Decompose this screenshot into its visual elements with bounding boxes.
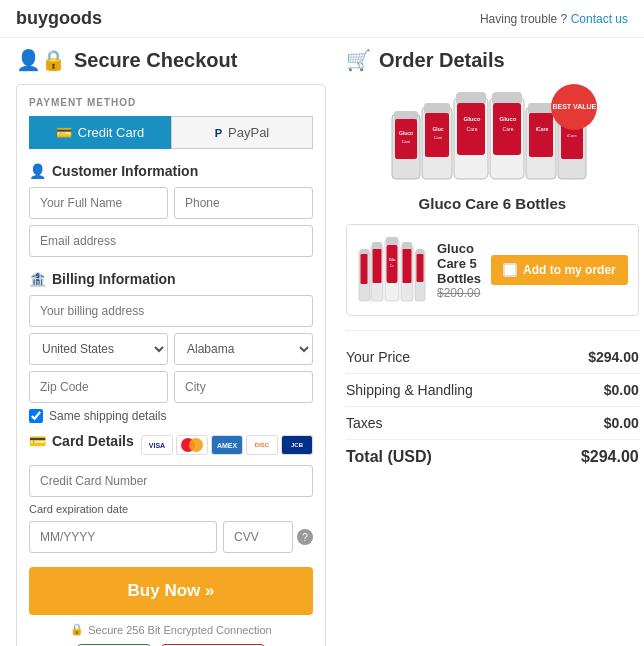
buy-now-button[interactable]: Buy Now » — [29, 567, 313, 615]
your-price-label: Your Price — [346, 349, 410, 365]
card-details-section: 💳 Card Details VISA AMEX DISC JCB — [29, 433, 313, 457]
phone-input[interactable] — [174, 187, 313, 219]
payment-tabs: 💳 Credit Card P PayPal — [29, 116, 313, 149]
cart-icon: 🛒 — [346, 48, 371, 72]
billing-info-section: 🏦 Billing Information — [29, 271, 313, 287]
lock-icon: 🔒 — [70, 623, 84, 636]
upsell-price: $200.00 — [437, 286, 481, 300]
card-icon: 💳 — [29, 433, 46, 449]
city-input[interactable] — [174, 371, 313, 403]
total-label: Total (USD) — [346, 448, 432, 466]
svg-text:Care: Care — [434, 135, 443, 140]
product-name: Gluco Care 6 Bottles — [346, 195, 639, 212]
zip-input[interactable] — [29, 371, 168, 403]
svg-text:iCare: iCare — [536, 126, 549, 132]
country-select[interactable]: United States — [29, 333, 168, 365]
total-value: $294.00 — [581, 448, 639, 466]
order-title: 🛒 Order Details — [346, 48, 639, 72]
logo: buygoods — [16, 8, 102, 29]
right-panel: 🛒 Order Details BEST VALUE Gluco — [346, 48, 639, 646]
credit-card-tab[interactable]: 💳 Credit Card — [29, 116, 171, 149]
cvv-help-icon[interactable]: ? — [297, 529, 313, 545]
order-title-text: Order Details — [379, 49, 505, 72]
email-input[interactable] — [29, 225, 313, 257]
your-price-value: $294.00 — [588, 349, 639, 365]
expiry-label: Card expiration date — [29, 503, 313, 515]
zip-city-row — [29, 371, 313, 403]
credit-card-icon: 💳 — [56, 125, 72, 140]
upsell-box: Glu Co Gluco Care 5 Bottles $200.00 Add … — [346, 224, 639, 316]
svg-text:Care: Care — [402, 139, 411, 144]
customer-info-section: 👤 Customer Information — [29, 163, 313, 179]
expiry-input[interactable] — [29, 521, 217, 553]
svg-point-1 — [189, 438, 203, 452]
shipping-row: Shipping & Handling $0.00 — [346, 374, 639, 407]
svg-rect-42 — [402, 242, 412, 250]
card-title-text: Card Details — [52, 433, 134, 449]
same-shipping-label: Same shipping details — [49, 409, 166, 423]
taxes-value: $0.00 — [604, 415, 639, 431]
payment-box: PAYMENT METHOD 💳 Credit Card P PayPal 👤 … — [16, 84, 326, 646]
person-icon: 👤 — [29, 163, 46, 179]
customer-title-text: Customer Information — [52, 163, 198, 179]
same-shipping-checkbox[interactable] — [29, 409, 43, 423]
upsell-name: Gluco Care 5 Bottles — [437, 241, 481, 286]
expiry-cvv-row: ? — [29, 521, 313, 553]
add-checkbox — [503, 263, 517, 277]
checkout-title-text: Secure Checkout — [74, 49, 237, 72]
page-header: buygoods Having trouble ? Contact us — [0, 0, 644, 38]
svg-rect-35 — [373, 249, 382, 283]
full-name-input[interactable] — [29, 187, 168, 219]
card-number-input[interactable] — [29, 465, 313, 497]
product-image-container: BEST VALUE Gluco Care — [387, 84, 597, 187]
discover-icon: DISC — [246, 435, 278, 455]
header-right: Having trouble ? Contact us — [480, 12, 628, 26]
svg-text:iCare: iCare — [568, 133, 578, 138]
main-content: 👤🔒 Secure Checkout PAYMENT METHOD 💳 Cred… — [0, 38, 644, 646]
product-main: BEST VALUE Gluco Care — [346, 84, 639, 212]
left-panel: 👤🔒 Secure Checkout PAYMENT METHOD 💳 Cred… — [16, 48, 326, 646]
same-shipping-row: Same shipping details — [29, 409, 313, 423]
best-value-text: BEST VALUE — [552, 103, 596, 111]
svg-text:Co: Co — [390, 264, 394, 268]
state-select[interactable]: Alabama — [174, 333, 313, 365]
cvv-info: ? — [223, 521, 313, 553]
taxes-row: Taxes $0.00 — [346, 407, 639, 440]
country-state-row: United States Alabama — [29, 333, 313, 365]
svg-rect-24 — [529, 113, 553, 157]
svg-text:Gluc: Gluc — [433, 126, 444, 132]
upsell-image: Glu Co — [357, 235, 427, 305]
trouble-text: Having trouble ? — [480, 12, 567, 26]
your-price-row: Your Price $294.00 — [346, 341, 639, 374]
svg-rect-8 — [424, 103, 450, 114]
shipping-value: $0.00 — [604, 382, 639, 398]
mastercard-icon — [176, 435, 208, 455]
svg-rect-46 — [417, 254, 424, 282]
total-row: Total (USD) $294.00 — [346, 440, 639, 474]
svg-text:Care: Care — [503, 126, 514, 132]
shipping-label: Shipping & Handling — [346, 382, 473, 398]
svg-text:Glu: Glu — [389, 257, 396, 262]
secure-text: 🔒 Secure 256 Bit Encrypted Connection — [29, 623, 313, 636]
logo-text: buygoods — [16, 8, 102, 28]
jcb-icon: JCB — [281, 435, 313, 455]
svg-rect-43 — [403, 249, 412, 283]
svg-text:Gluco: Gluco — [399, 130, 413, 136]
paypal-tab[interactable]: P PayPal — [171, 116, 313, 149]
billing-icon: 🏦 — [29, 271, 46, 287]
cvv-input[interactable] — [223, 521, 293, 553]
payment-label: PAYMENT METHOD — [29, 97, 313, 108]
svg-text:Gluco: Gluco — [500, 116, 517, 122]
card-section-title: 💳 Card Details — [29, 433, 134, 449]
secure-label: Secure 256 Bit Encrypted Connection — [88, 624, 271, 636]
svg-rect-37 — [386, 237, 398, 246]
address-input[interactable] — [29, 295, 313, 327]
contact-link[interactable]: Contact us — [571, 12, 628, 26]
amex-icon: AMEX — [211, 435, 243, 455]
billing-title-text: Billing Information — [52, 271, 176, 287]
add-to-order-button[interactable]: Add to my order — [491, 255, 628, 285]
svg-text:Care: Care — [467, 126, 478, 132]
visa-icon: VISA — [141, 435, 173, 455]
svg-rect-32 — [361, 254, 368, 284]
upsell-info: Gluco Care 5 Bottles $200.00 — [437, 241, 481, 300]
